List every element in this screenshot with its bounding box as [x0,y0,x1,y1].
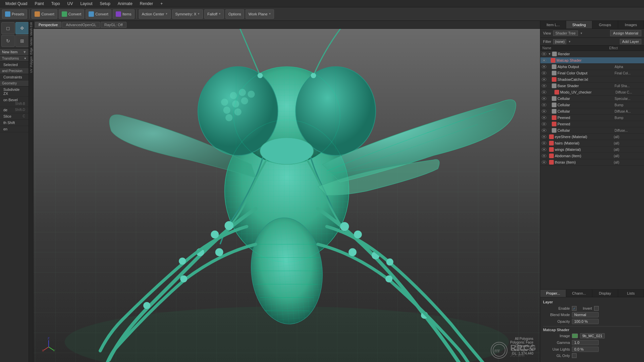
left-vtab-edge[interactable]: Edge [29,47,33,55]
convert-button-3[interactable]: Convert [86,9,111,19]
left-vtab-vertex[interactable]: Vertex [29,37,33,47]
shader-final-color[interactable]: Final Color Output Final Col... [540,70,644,76]
options-button[interactable]: Options [225,9,244,19]
lists-tab[interactable]: Lists [618,290,644,297]
right-tab-groups[interactable]: Groups [592,21,618,28]
shader-alpha-output[interactable]: Alpha Output Alpha [540,64,644,70]
props-tab[interactable]: Proper... [540,290,566,297]
falloff-dropdown[interactable]: Falloff ▼ [204,9,224,19]
subdivide-item[interactable]: Subdivide ZX [0,86,29,97]
visibility-icon[interactable] [542,84,546,87]
work-plane-dropdown[interactable]: Work Plane ▼ [246,9,274,19]
right-tab-items[interactable]: Item L... [540,21,566,28]
items-button[interactable]: Items [113,9,135,19]
tab-raygl[interactable]: RayGL: Off [101,22,126,28]
tool-move[interactable]: ✥ [15,22,29,34]
shift-item[interactable]: th Shift [0,120,29,126]
menu-animate[interactable]: Animate [114,1,136,7]
use-lights-value[interactable]: 0.0 % [572,347,599,352]
bevel-item[interactable]: on Bevel Shift-B [0,97,29,107]
shader-cellular-4[interactable]: Cellular Diffuse... [540,127,644,134]
invert-checkbox[interactable] [594,306,599,311]
assign-material-button[interactable]: Assign Material [610,30,641,36]
visibility-icon[interactable] [542,148,546,151]
enable-checkbox[interactable] [572,306,577,311]
channels-tab[interactable]: Chann... [566,290,592,297]
en-item[interactable]: en [0,126,29,132]
opacity-value[interactable]: 100.0 % [572,319,599,324]
shader-render[interactable]: ▼ Render [540,51,644,57]
shader-tree-dropdown[interactable]: Shader Tree [553,31,578,36]
visibility-icon[interactable] [542,116,546,119]
tab-perspective[interactable]: Perspective [35,22,61,28]
image-swatch[interactable] [572,334,578,338]
menu-render[interactable]: Render [137,1,156,7]
add-layer-button[interactable]: Add Layer [620,39,641,44]
filter-dropdown[interactable]: (none) [553,39,566,44]
shader-uv-checker[interactable]: Modo_UV_checker Diffuse C... [540,89,644,96]
tab-advanced-opengl[interactable]: AdvancedOpenGL [62,22,100,28]
selected-item[interactable]: Selected [0,62,29,68]
symmetry-dropdown[interactable]: Symmetry: X ▼ [172,9,203,19]
edge-item[interactable]: de Shift-D [0,107,29,113]
shader-matcap[interactable]: Matcap Shader [540,57,644,64]
transforms-section[interactable]: Transforms ▼ [0,56,29,62]
shader-peened-2[interactable]: Peened [540,121,644,127]
constraints-item[interactable]: Constraints [0,74,29,80]
shader-cellular-2[interactable]: Cellular Bump [540,102,644,108]
blend-mode-value[interactable]: Normal [572,312,599,317]
right-tab-images[interactable]: Images [618,21,644,28]
menu-topo[interactable]: Topo [48,1,63,7]
visibility-icon[interactable] [542,161,546,164]
visibility-icon[interactable] [542,97,546,100]
menu-setup[interactable]: Setup [96,1,113,7]
viewport-3d[interactable]: X Y Z All Polygons Polygons: Face Channe… [34,29,540,362]
visibility-icon[interactable] [542,78,546,81]
visibility-icon[interactable] [542,90,546,94]
display-tab[interactable]: Display [592,290,618,297]
menu-model-quad[interactable]: Model Quad [2,1,31,7]
visibility-icon[interactable] [542,71,546,75]
tool-scale[interactable]: ⊞ [15,35,29,47]
visibility-icon[interactable] [542,135,546,138]
visibility-icon[interactable] [542,141,546,145]
visibility-icon[interactable] [542,65,546,68]
shader-thorax[interactable]: thorax (Item) (all) [540,159,644,166]
menu-paint[interactable]: Paint [31,1,47,7]
shader-peened-1[interactable]: Peened Bump [540,115,644,121]
convert-button-1[interactable]: Convert [32,9,57,19]
shader-abdoman[interactable]: Abdoman (Item) (all) [540,153,644,159]
left-vtab-polygon[interactable]: Polygon [29,56,33,68]
slice-item[interactable]: Slice C [0,113,29,120]
visibility-icon[interactable] [542,59,546,62]
shader-eye-sphere[interactable]: eyeShere (Material) (all) [540,134,644,140]
shader-cellular-1[interactable]: Cellular Specular... [540,96,644,102]
shader-base[interactable]: Base Shader Full Sha... [540,83,644,89]
shader-hairs[interactable]: hairs (Material) (all) [540,140,644,146]
presets-button[interactable]: Presets [2,9,27,19]
visibility-icon[interactable] [542,154,546,158]
visibility-icon[interactable] [542,110,546,113]
visibility-icon[interactable] [542,103,546,107]
shader-wings[interactable]: wings (Material) (all) [540,146,644,153]
precision-section[interactable]: and Precision [0,68,29,74]
image-value[interactable]: 9b_MC_021 [580,333,605,339]
gl-only-checkbox[interactable] [572,353,577,358]
visibility-icon[interactable] [542,52,546,56]
left-vtab-mesh[interactable]: Mesh Edit [29,21,33,36]
expand-icon[interactable]: ▼ [548,52,551,56]
visibility-icon[interactable] [542,122,546,126]
menu-uv[interactable]: UV [64,1,76,7]
menu-layout[interactable]: Layout [77,1,96,7]
geometry-section[interactable]: Geometry [0,80,29,86]
shader-cellular-3[interactable]: Cellular Diffuse A... [540,108,644,115]
visibility-icon[interactable] [542,129,546,132]
tool-rotate[interactable]: ↻ [1,35,15,47]
new-item-button[interactable]: New Item ▼ [0,49,29,56]
left-vtab-uv[interactable]: UV [29,68,33,74]
action-center-dropdown[interactable]: Action Center ▼ [139,9,171,19]
convert-button-2[interactable]: Convert [59,9,85,19]
menu-plus[interactable]: + [157,1,166,7]
tool-select[interactable]: ◻ [1,22,15,34]
gamma-value[interactable]: 1.0 [572,340,599,345]
